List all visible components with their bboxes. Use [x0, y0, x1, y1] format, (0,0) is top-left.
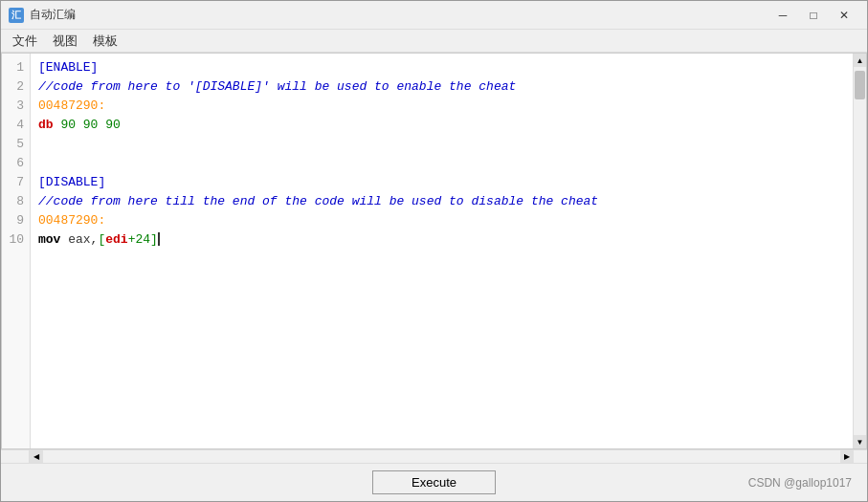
menu-file[interactable]: 文件 — [5, 31, 45, 52]
line-num-5: 5 — [2, 134, 30, 153]
menu-template[interactable]: 模板 — [85, 31, 125, 52]
code-line-6 — [38, 153, 845, 172]
line-num-1: 1 — [2, 57, 30, 76]
code-editor[interactable]: [ENABLE] //code from here to '[DISABLE]'… — [31, 54, 853, 448]
line-num-8: 8 — [2, 191, 30, 210]
scroll-down-button[interactable]: ▼ — [854, 435, 867, 448]
bottom-bar: Execute CSDN @gallop1017 — [1, 463, 867, 501]
main-area: 1 2 3 4 5 6 7 8 9 10 [ENABLE] //code fro… — [1, 53, 867, 463]
cursor — [158, 232, 160, 246]
execute-button[interactable]: Execute — [372, 470, 496, 494]
code-line-8: //code from here till the end of the cod… — [38, 191, 845, 210]
close-button[interactable]: ✕ — [829, 6, 859, 25]
menu-view[interactable]: 视图 — [45, 31, 85, 52]
line-num-9: 9 — [2, 210, 30, 229]
scroll-right-button[interactable]: ▶ — [840, 450, 854, 464]
code-line-7: [DISABLE] — [38, 172, 845, 191]
title-bar-controls: ─ □ ✕ — [768, 6, 859, 25]
line-num-4: 4 — [2, 115, 30, 134]
title-bar-text: 自动汇编 — [30, 7, 768, 23]
hscroll-track[interactable]: ◀ ▶ — [30, 450, 854, 463]
horizontal-scrollbar: ◀ ▶ — [1, 449, 867, 463]
watermark: CSDN @gallop1017 — [748, 476, 852, 490]
app-icon: 汇 — [9, 8, 24, 23]
menu-bar: 文件 视图 模板 — [1, 30, 867, 53]
code-line-3: 00487290: — [38, 96, 845, 115]
code-line-4: db 90 90 90 — [38, 115, 845, 134]
minimize-button[interactable]: ─ — [768, 6, 798, 25]
title-bar: 汇 自动汇编 ─ □ ✕ — [1, 1, 867, 30]
hscroll-spacer — [1, 450, 30, 463]
code-line-1: [ENABLE] — [38, 57, 845, 76]
maximize-button[interactable]: □ — [798, 6, 829, 25]
scroll-thumb[interactable] — [855, 71, 865, 99]
line-numbers: 1 2 3 4 5 6 7 8 9 10 — [2, 54, 31, 448]
scroll-up-button[interactable]: ▲ — [854, 54, 867, 67]
line-num-7: 7 — [2, 172, 30, 191]
code-line-9: 00487290: — [38, 210, 845, 229]
code-line-5 — [38, 134, 845, 153]
vertical-scrollbar[interactable]: ▲ ▼ — [853, 54, 866, 448]
line-num-2: 2 — [2, 76, 30, 96]
code-line-10: mov eax, [ edi +24] — [38, 229, 845, 249]
line-num-3: 3 — [2, 96, 30, 115]
line-num-6: 6 — [2, 153, 30, 172]
scroll-left-button[interactable]: ◀ — [30, 450, 43, 464]
code-line-2: //code from here to '[DISABLE]' will be … — [38, 76, 845, 96]
scroll-track[interactable] — [854, 67, 866, 435]
line-num-10: 10 — [2, 229, 30, 249]
hscroll-corner — [854, 450, 867, 463]
